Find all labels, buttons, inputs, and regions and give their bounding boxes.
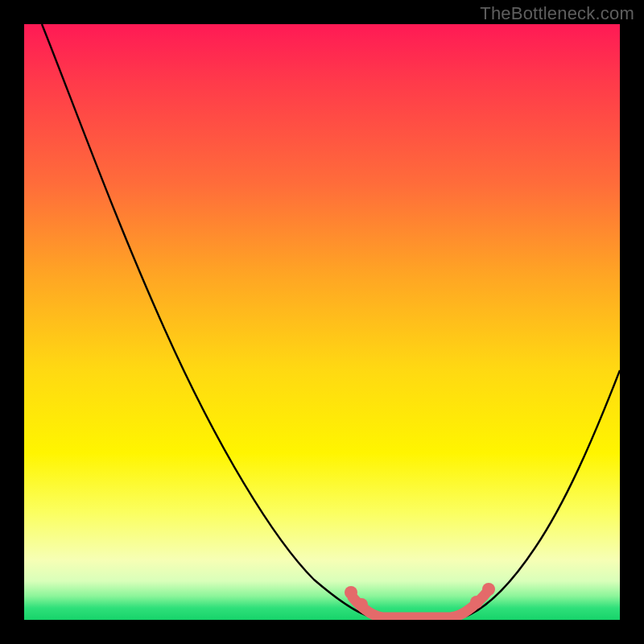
- svg-point-1: [355, 598, 368, 611]
- plot-area: [24, 24, 620, 620]
- trough-dots: [345, 583, 495, 611]
- chart-frame: TheBottleneck.com: [0, 0, 644, 644]
- watermark-text: TheBottleneck.com: [480, 3, 634, 24]
- svg-point-0: [345, 586, 357, 599]
- svg-point-3: [482, 583, 495, 596]
- curve-layer: [24, 24, 620, 620]
- curve-left-arm: [42, 24, 370, 617]
- curve-trough-highlight: [353, 589, 489, 617]
- curve-right-arm: [465, 370, 620, 617]
- svg-point-2: [470, 596, 483, 609]
